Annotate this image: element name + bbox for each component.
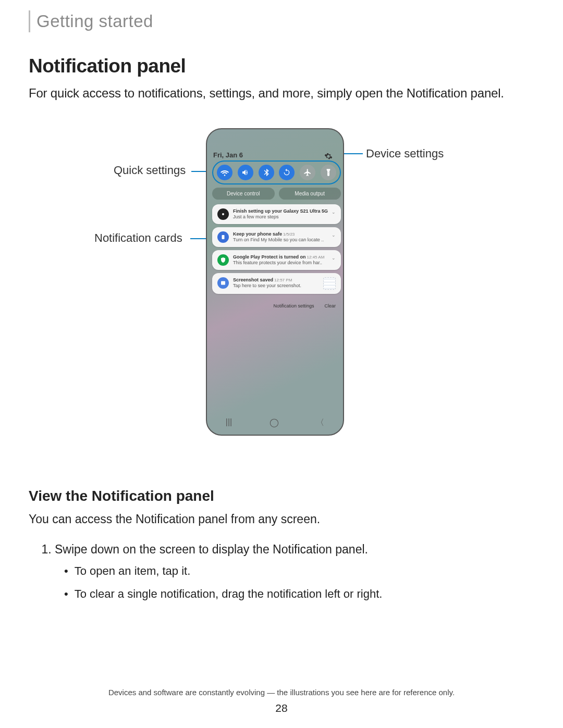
nav-bar: ||| ◯ 〈 [207, 417, 343, 428]
card-meta: 12:45 AM [307, 255, 325, 260]
card-subtitle: Turn on Find My Mobile so you can locate… [233, 237, 336, 242]
callout-quick-settings: Quick settings [114, 164, 186, 177]
section-heading: View the Notification panel [29, 488, 534, 504]
card-meta: 1/5/23 [283, 232, 295, 237]
page-number: 28 [0, 702, 563, 714]
notification-cards: Finish setting up your Galaxy S21 Ultra … [212, 204, 341, 294]
callout-device-settings: Device settings [366, 147, 444, 161]
back-icon[interactable]: 〈 [316, 417, 324, 428]
bluetooth-icon[interactable] [259, 165, 274, 180]
notification-card[interactable]: Finish setting up your Galaxy S21 Ultra … [212, 204, 341, 224]
list-item: To open an item, tap it. [64, 561, 534, 581]
chevron-down-icon[interactable]: ⌄ [332, 255, 336, 261]
chevron-down-icon[interactable]: ⌄ [332, 232, 336, 238]
card-subtitle: Tap here to see your screenshot. [233, 283, 319, 288]
section-body: You can access the Notification panel fr… [29, 511, 534, 528]
diagram: Device settings Quick settings Notificat… [29, 128, 534, 467]
list-item: Swipe down on the screen to display the … [55, 540, 534, 603]
screenshot-thumbnail[interactable] [323, 277, 336, 290]
card-title: Google Play Protect is turned on [233, 254, 306, 260]
clear-link[interactable]: Clear [324, 303, 336, 309]
gear-icon [217, 208, 229, 220]
gear-icon[interactable] [324, 152, 333, 161]
airplane-icon[interactable] [300, 165, 315, 180]
notification-card[interactable]: Keep your phone safe1/5/23 Turn on Find … [212, 227, 341, 247]
notification-settings-link[interactable]: Notification settings [273, 303, 314, 309]
phone-frame: Fri, Jan 6 Device control Media output F… [206, 128, 344, 436]
device-control-button[interactable]: Device control [212, 188, 275, 200]
phone-shield-icon [217, 231, 229, 243]
chevron-down-icon[interactable]: ⌄ [332, 209, 336, 215]
svg-rect-1 [221, 281, 225, 285]
disclaimer: Devices and software are constantly evol… [0, 688, 563, 697]
card-subtitle: This feature protects your device from h… [233, 260, 336, 265]
breadcrumb-text: Getting started [36, 11, 153, 31]
recents-icon[interactable]: ||| [226, 417, 232, 428]
steps-list: Swipe down on the screen to display the … [29, 540, 534, 603]
wifi-icon[interactable] [217, 165, 232, 180]
list-item: To clear a single notification, drag the… [64, 584, 534, 603]
breadcrumb: Getting started [29, 10, 534, 32]
status-date: Fri, Jan 6 [213, 151, 337, 159]
sub-list: To open an item, tap it. To clear a sing… [55, 561, 534, 603]
notification-footer: Notification settings Clear [273, 303, 336, 309]
card-meta: 12:57 PM [274, 278, 292, 282]
card-title: Keep your phone safe [233, 231, 282, 237]
card-title: Finish setting up your Galaxy S21 Ultra … [233, 208, 336, 214]
notification-card[interactable]: Google Play Protect is turned on12:45 AM… [212, 250, 341, 270]
intro-paragraph: For quick access to notifications, setti… [29, 84, 534, 102]
card-title: Screenshot saved [233, 277, 273, 282]
callout-notification-cards: Notification cards [94, 231, 182, 245]
leader-line [191, 171, 206, 172]
svg-rect-0 [222, 235, 225, 239]
notification-card[interactable]: Screenshot saved12:57 PM Tap here to see… [212, 273, 341, 294]
image-icon [217, 277, 229, 289]
media-output-button[interactable]: Media output [279, 188, 341, 200]
control-pills: Device control Media output [212, 188, 341, 200]
card-subtitle: Just a few more steps [233, 214, 336, 219]
quick-settings-row [212, 161, 341, 184]
flashlight-icon[interactable] [321, 165, 336, 180]
rotate-icon[interactable] [279, 165, 295, 180]
sound-icon[interactable] [238, 165, 253, 180]
step-text: Swipe down on the screen to display the … [55, 542, 368, 556]
page-title: Notification panel [29, 55, 534, 77]
shield-icon [217, 254, 229, 266]
home-icon[interactable]: ◯ [270, 417, 279, 428]
